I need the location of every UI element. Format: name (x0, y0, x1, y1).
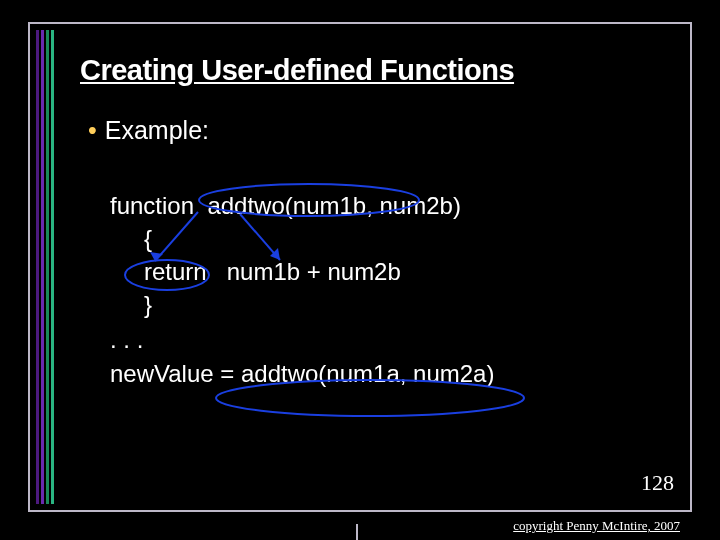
code-line-1: function addtwo(num1b, num2b) (110, 189, 494, 222)
copyright-text: copyright Penny McIntire, 2007 (513, 518, 680, 534)
code-line-3: return num1b + num2b (110, 255, 494, 288)
bullet-dot-icon: • (88, 116, 97, 144)
code-example: function addtwo(num1b, num2b) { return n… (110, 189, 494, 390)
code-line-2: { (110, 222, 494, 255)
code-line-5: . . . (110, 323, 494, 356)
code-line-6: newValue = addtwo(num1a, num2a) (110, 357, 494, 390)
bullet-label: Example: (105, 116, 209, 144)
slide-title: Creating User-defined Functions (80, 54, 670, 87)
left-accent-stripes (36, 30, 56, 504)
slide-frame: Creating User-defined Functions •Example… (28, 22, 692, 512)
example-bullet: •Example: (88, 116, 209, 145)
page-number: 128 (641, 470, 674, 496)
bottom-tick-mark (356, 524, 358, 540)
code-line-4: } (110, 288, 494, 321)
